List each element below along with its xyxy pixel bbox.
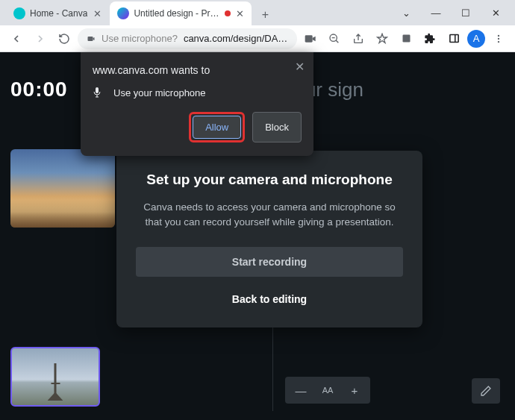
sidepanel-icon[interactable] (443, 28, 464, 49)
recording-timer: 00:00 (10, 78, 68, 101)
tab-untitled-design[interactable]: Untitled design - Presen ✕ (110, 1, 252, 25)
svg-point-7 (498, 37, 499, 39)
back-to-editing-button[interactable]: Back to editing (136, 289, 403, 310)
permission-buttons: Allow Block (93, 112, 302, 142)
edit-notes-button[interactable] (472, 378, 500, 404)
permission-dialog: ✕ www.canva.com wants to Use your microp… (81, 52, 313, 156)
tab-home-canva[interactable]: Home - Canva ✕ (6, 1, 110, 25)
microphone-icon (93, 87, 104, 98)
allow-highlight: Allow (189, 112, 245, 142)
block-button[interactable]: Block (252, 112, 302, 142)
share-icon[interactable] (348, 28, 369, 49)
camera-icon (87, 34, 96, 43)
allow-button[interactable]: Allow (193, 116, 241, 139)
profile-avatar[interactable]: A (467, 30, 485, 48)
permission-row: Use your microphone (93, 87, 302, 98)
zoom-icon[interactable] (324, 28, 345, 49)
svg-point-8 (498, 40, 499, 42)
minimize-button[interactable]: — (421, 3, 451, 22)
close-dialog-button[interactable]: ✕ (295, 60, 305, 74)
permission-text: Use your microphone (113, 87, 206, 98)
url-text: canva.com/design/DA… (184, 33, 287, 44)
puzzle-icon[interactable] (419, 28, 440, 49)
modal-heading: Set up your camera and microphone (136, 172, 403, 188)
slide-preview-large[interactable] (10, 149, 115, 228)
svg-point-6 (498, 34, 499, 36)
close-tab-icon[interactable]: ✕ (235, 8, 245, 19)
permission-title: www.canva.com wants to (93, 64, 302, 76)
svg-rect-4 (449, 35, 458, 43)
close-window-button[interactable]: ✕ (481, 3, 511, 22)
canva-favicon-icon (13, 7, 25, 19)
chevron-down-icon[interactable]: ⌄ (391, 3, 421, 22)
start-recording-button[interactable]: Start recording (136, 247, 403, 277)
permission-hint: Use microphone? (102, 33, 178, 44)
font-size-controls: — AA + (285, 377, 370, 404)
svg-rect-0 (88, 37, 93, 41)
browser-toolbar: Use microphone? canva.com/design/DA… A (0, 25, 515, 52)
camera-indicator-icon[interactable] (300, 28, 321, 49)
tab-title: Home - Canva (30, 8, 87, 19)
maximize-button[interactable]: ☐ (451, 3, 481, 22)
modal-body: Canva needs to access your camera and mi… (136, 200, 403, 231)
font-increase-button[interactable]: + (342, 380, 367, 401)
reload-button[interactable] (54, 28, 75, 49)
vertical-divider (272, 321, 273, 411)
forward-button[interactable] (30, 28, 51, 49)
bookmark-icon[interactable] (372, 28, 393, 49)
extension-icon[interactable] (396, 28, 416, 49)
canva-favicon-icon (117, 7, 129, 19)
address-bar[interactable]: Use microphone? canva.com/design/DA… (78, 28, 297, 49)
back-button[interactable] (6, 28, 27, 49)
svg-rect-1 (305, 35, 313, 42)
svg-rect-3 (402, 35, 410, 43)
font-decrease-button[interactable]: — (288, 380, 313, 401)
setup-modal: Set up your camera and microphone Canva … (116, 151, 422, 327)
svg-rect-9 (96, 87, 99, 93)
window-controls: ⌄ — ☐ ✕ (391, 3, 511, 22)
slide-thumbnail-selected[interactable] (10, 347, 100, 407)
pencil-icon (480, 385, 492, 397)
tab-strip: Home - Canva ✕ Untitled design - Presen … (0, 1, 275, 25)
close-tab-icon[interactable]: ✕ (92, 8, 102, 19)
menu-icon[interactable] (488, 28, 509, 49)
tab-title: Untitled design - Presen (134, 8, 219, 19)
new-tab-button[interactable]: + (255, 4, 275, 25)
window-titlebar: Home - Canva ✕ Untitled design - Presen … (0, 0, 515, 25)
recording-indicator-icon (225, 10, 231, 16)
font-size-label: AA (315, 380, 340, 401)
